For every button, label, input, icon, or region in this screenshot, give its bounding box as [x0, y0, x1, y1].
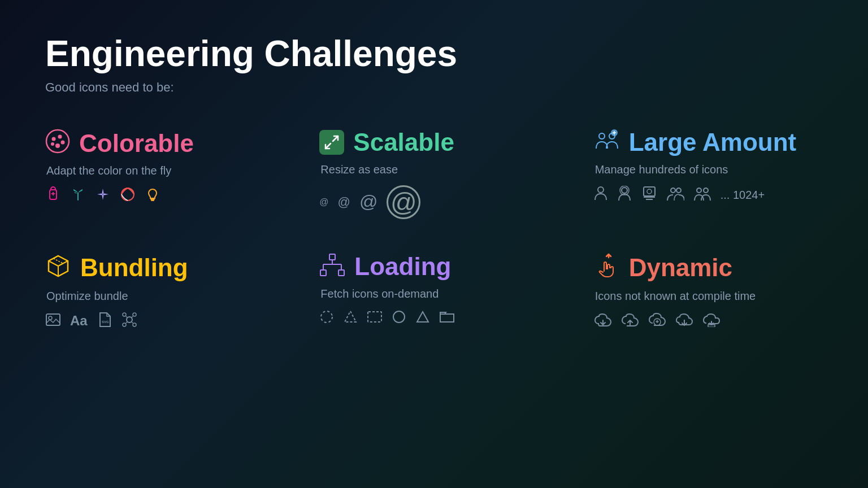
sparkle-icon — [95, 186, 111, 205]
loading-spinner-icon — [319, 310, 334, 326]
card-large-amount-heading: Large Amount — [594, 129, 823, 156]
card-bundling-title: Bundling — [80, 254, 188, 281]
svg-point-31 — [123, 313, 126, 316]
card-scalable-title: Scalable — [353, 129, 454, 156]
card-loading: Loading Fetch icons on-demand — [319, 253, 548, 330]
svg-point-12 — [599, 133, 605, 139]
card-large-amount-desc: Manage hundreds of icons — [595, 163, 823, 176]
cloud-download-4 — [702, 312, 721, 329]
loading-rect-icon — [367, 311, 383, 325]
card-bundling: Bundling Optimize bundle Aa — [45, 253, 274, 330]
svg-line-35 — [126, 316, 127, 317]
scalable-icons-row: @ @ @ @ — [319, 185, 548, 219]
lightbulb-icon — [145, 186, 160, 205]
card-dynamic-heading: Dynamic — [594, 253, 823, 283]
svg-rect-41 — [338, 270, 344, 276]
svg-point-3 — [61, 141, 65, 145]
svg-point-33 — [123, 323, 126, 326]
loading-triangle-icon — [343, 310, 358, 326]
svg-rect-47 — [368, 312, 381, 322]
svg-text:SVG: SVG — [102, 320, 109, 324]
svg-line-36 — [132, 316, 133, 317]
svg-point-28 — [49, 316, 52, 320]
svg-point-25 — [697, 188, 701, 193]
svg-point-26 — [704, 188, 708, 193]
palm-tree-icon — [70, 186, 86, 205]
cloud-download-3 — [675, 312, 693, 329]
svg-rect-20 — [644, 187, 655, 196]
svg-line-38 — [132, 322, 133, 323]
cloud-download-1 — [594, 312, 612, 329]
at-medium: @ — [338, 195, 350, 210]
image-icon — [45, 313, 61, 329]
svg-point-1 — [52, 137, 56, 141]
card-scalable-desc: Resize as ease — [320, 163, 548, 176]
large-amount-icon — [594, 129, 620, 156]
card-bundling-desc: Optimize bundle — [46, 290, 274, 303]
svg-point-32 — [133, 313, 136, 316]
person-icon-5 — [693, 186, 711, 204]
card-colorable-heading: Colorable — [45, 129, 274, 158]
cloud-download-2 — [648, 312, 666, 330]
colorable-icon — [45, 129, 70, 158]
at-small: @ — [319, 197, 328, 207]
svg-point-34 — [133, 323, 136, 326]
scalable-icon — [319, 130, 344, 155]
svg-point-30 — [127, 317, 132, 323]
card-colorable: Colorable Adapt the color on the fly — [45, 129, 274, 219]
loading-folder-icon — [439, 310, 455, 326]
svg-point-4 — [55, 143, 60, 148]
svg-point-21 — [647, 189, 652, 194]
loading-triangle-solid-icon — [415, 310, 430, 326]
card-large-amount: Large Amount Manage hundreds of icons — [594, 129, 823, 219]
card-scalable-heading: Scalable — [319, 129, 548, 156]
card-colorable-desc: Adapt the color on the fly — [46, 164, 274, 177]
cloud-upload-1 — [621, 312, 639, 329]
at-xlarge: @ — [387, 185, 420, 219]
large-amount-icons-row: ... 1024+ — [594, 185, 823, 205]
colorable-icons-row — [45, 186, 274, 205]
font-icon: Aa — [70, 313, 88, 329]
svg-point-0 — [46, 130, 69, 152]
components-icon — [121, 312, 137, 330]
svg-rect-40 — [320, 270, 326, 276]
card-loading-title: Loading — [354, 253, 451, 280]
loading-icons-row — [319, 310, 548, 326]
person-icon-4 — [666, 186, 684, 204]
at-large: @ — [359, 191, 377, 212]
card-loading-heading: Loading — [319, 253, 548, 281]
svg-line-37 — [126, 322, 127, 323]
svg-point-46 — [321, 311, 332, 323]
svg-point-5 — [51, 142, 54, 146]
svg-point-24 — [676, 188, 681, 193]
svg-point-23 — [671, 188, 675, 193]
card-colorable-title: Colorable — [79, 130, 194, 157]
dynamic-icons-row — [594, 312, 823, 330]
svg-file-icon: SVG — [97, 312, 112, 330]
card-dynamic-desc: Icons not known at compile time — [595, 290, 823, 303]
beach-ball-icon — [120, 186, 136, 205]
loading-circle-icon — [392, 310, 406, 326]
svg-point-17 — [598, 187, 604, 193]
page-subtitle: Good icons need to be: — [45, 80, 823, 95]
svg-rect-39 — [329, 254, 335, 260]
card-large-amount-title: Large Amount — [629, 129, 797, 156]
person-icon-1 — [594, 185, 607, 205]
svg-point-48 — [393, 311, 405, 323]
bundling-icons-row: Aa SVG — [45, 312, 274, 330]
count-label: ... 1024+ — [721, 189, 765, 202]
dynamic-icon — [594, 253, 620, 283]
card-scalable: Scalable Resize as ease @ @ @ @ — [319, 129, 548, 219]
loading-icon — [319, 253, 345, 281]
svg-point-2 — [58, 135, 62, 139]
svg-point-18 — [622, 188, 627, 193]
person-icon-2 — [617, 186, 632, 204]
card-bundling-heading: Bundling — [45, 253, 274, 283]
card-dynamic: Dynamic Icons not known at compile time — [594, 253, 823, 330]
card-loading-desc: Fetch icons on-demand — [320, 287, 548, 300]
svg-rect-27 — [46, 314, 60, 325]
page-container: Engineering Challenges Good icons need t… — [0, 0, 868, 364]
card-dynamic-title: Dynamic — [629, 254, 732, 281]
svg-point-9 — [121, 188, 134, 201]
backpack-icon — [45, 186, 61, 205]
